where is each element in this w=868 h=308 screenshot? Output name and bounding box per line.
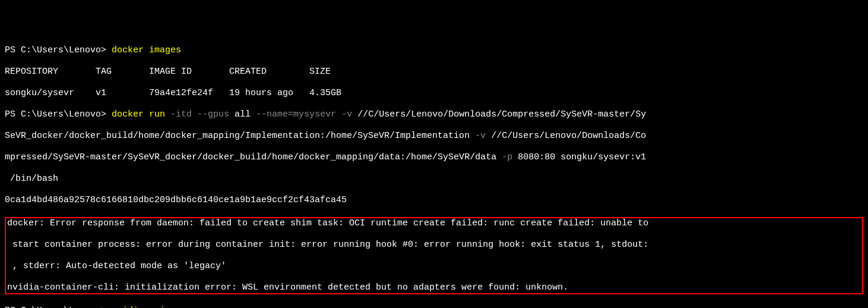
images-header: REPOSITORY TAG IMAGE ID CREATED SIZE: [5, 67, 863, 77]
ps-prompt: PS C:\Users\Lenovo>: [5, 306, 112, 308]
rest-args: 8080:80 songku/sysevr:v1: [518, 152, 646, 162]
error-line-3: , stderr: Auto-detected mode as 'legacy': [7, 261, 861, 272]
error-highlight-box: docker: Error response from daemon: fail…: [5, 217, 863, 294]
path-arg: //C/Users/Lenovo/Downloads/Compressed/Sy…: [357, 109, 646, 120]
run-subcmd: run: [149, 109, 170, 120]
prompt-line-3: PS C:\Users\Lenovo> nvidia-smi.exe: [5, 306, 863, 308]
docker-cmd: docker: [112, 109, 149, 120]
images-row: songku/sysevr v1 79a4e12fe24f 19 hours a…: [5, 88, 863, 99]
docker-cmd: docker: [112, 45, 149, 55]
images-subcmd: images: [149, 45, 181, 55]
ps-prompt: PS C:\Users\Lenovo>: [5, 109, 112, 120]
nvidia-smi-cmd: nvidia-smi.exe: [112, 306, 186, 308]
path-arg: SeVR_docker/docker_build/home/docker_map…: [5, 131, 475, 141]
container-hash: 0ca1d4bd486a92578c6166810dbc209dbb6c6140…: [5, 195, 863, 206]
cmd-continuation-2: mpressed/SySeVR-master/SySeVR_docker/doc…: [5, 152, 863, 163]
error-line-4: nvidia-container-cli: initialization err…: [7, 282, 861, 293]
flags: -v: [475, 131, 491, 141]
path-arg: mpressed/SySeVR-master/SySeVR_docker/doc…: [5, 152, 502, 162]
ps-prompt: PS C:\Users\Lenovo>: [5, 45, 112, 55]
cmd-continuation-3: /bin/bash: [5, 174, 863, 184]
flags: -p: [502, 152, 518, 162]
prompt-line-1: PS C:\Users\Lenovo> docker images: [5, 45, 863, 56]
error-line-2: start container process: error during co…: [7, 240, 861, 250]
arg-all: all: [235, 109, 256, 120]
error-line-1: docker: Error response from daemon: fail…: [7, 218, 861, 229]
path-arg: //C/Users/Lenovo/Downloads/Co: [491, 131, 646, 141]
bash-arg: /bin/bash: [5, 174, 58, 184]
prompt-line-2: PS C:\Users\Lenovo> docker run -itd --gp…: [5, 109, 863, 120]
flags: --name=mysysevr -v: [256, 109, 357, 120]
flags: -itd --gpus: [170, 109, 235, 120]
cmd-continuation-1: SeVR_docker/docker_build/home/docker_map…: [5, 131, 863, 142]
